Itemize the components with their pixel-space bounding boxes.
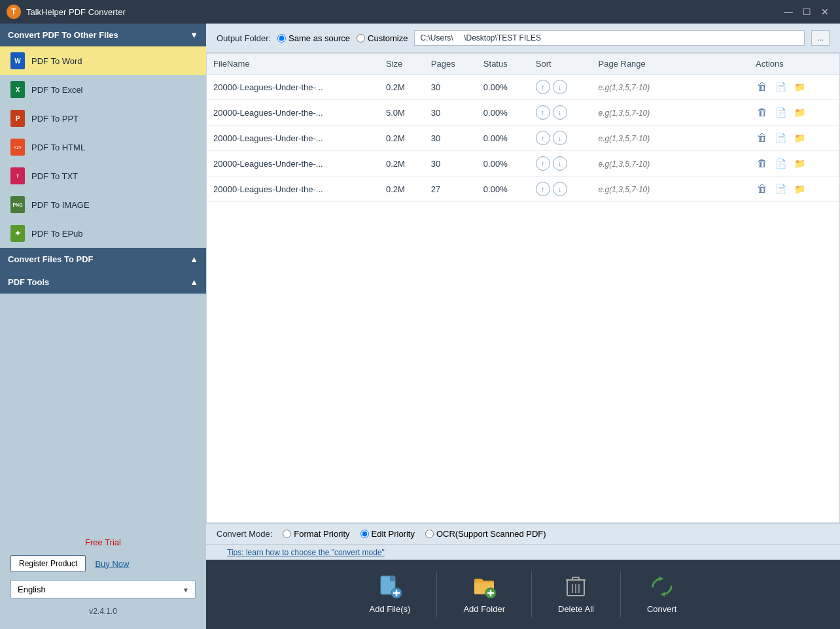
- register-button[interactable]: Register Product: [10, 555, 86, 572]
- minimize-button[interactable]: —: [780, 3, 797, 20]
- sort-up-button[interactable]: ↑: [536, 105, 550, 120]
- view-file-button[interactable]: 📄: [774, 158, 788, 169]
- sort-down-button[interactable]: ↓: [553, 80, 567, 94]
- open-folder-button[interactable]: 📁: [793, 107, 807, 118]
- cell-status: 0.00%: [477, 100, 529, 126]
- chevron-up-icon: ▲: [190, 254, 198, 264]
- sidebar-item-pdf-to-word[interactable]: W PDF To Word: [0, 46, 206, 75]
- sidebar-item-pdf-to-excel[interactable]: X PDF To Excel: [0, 75, 206, 104]
- view-file-button[interactable]: 📄: [774, 82, 788, 92]
- maximize-button[interactable]: ☐: [798, 3, 815, 20]
- browse-button[interactable]: ...: [811, 30, 830, 46]
- delete-file-button[interactable]: 🗑: [756, 81, 769, 93]
- format-priority-label: Format Priority: [294, 529, 349, 539]
- bottom-toolbar: Add File(s) Add Folder: [206, 560, 840, 629]
- edit-priority-option[interactable]: Edit Priority: [360, 529, 415, 539]
- sidebar-item-label: PDF To Excel: [31, 85, 83, 95]
- page-range-input[interactable]: [599, 109, 743, 118]
- view-file-button[interactable]: 📄: [774, 133, 788, 143]
- customize-radio[interactable]: [357, 34, 365, 42]
- delete-file-button[interactable]: 🗑: [756, 132, 769, 144]
- sidebar-item-label: PDF To Word: [31, 56, 82, 66]
- output-path-input[interactable]: [414, 30, 805, 46]
- cell-page-range: [592, 126, 750, 151]
- sidebar-item-pdf-to-txt[interactable]: T PDF To TXT: [0, 162, 206, 190]
- sidebar-item-pdf-to-ppt[interactable]: P PDF To PPT: [0, 104, 206, 133]
- cell-sort: ↑ ↓: [529, 126, 592, 151]
- page-range-input[interactable]: [599, 134, 743, 143]
- page-range-input[interactable]: [599, 83, 743, 92]
- sort-down-button[interactable]: ↓: [553, 156, 567, 171]
- format-priority-option[interactable]: Format Priority: [283, 529, 349, 539]
- ocr-option[interactable]: OCR(Support Scanned PDF): [425, 529, 546, 539]
- image-icon: PNG: [10, 196, 25, 213]
- delete-file-button[interactable]: 🗑: [756, 107, 769, 118]
- file-table: FileName Size Pages Status Sort Page Ran…: [207, 54, 839, 202]
- open-folder-button[interactable]: 📁: [793, 184, 807, 194]
- delete-file-button[interactable]: 🗑: [756, 183, 769, 195]
- svg-rect-10: [572, 577, 579, 580]
- cell-actions: 🗑 📄 📁: [749, 126, 839, 151]
- cell-status: 0.00%: [477, 177, 529, 202]
- sidebar-item-label: PDF To IMAGE: [31, 200, 90, 210]
- sidebar-section3-label: PDF Tools: [8, 277, 49, 287]
- sort-up-button[interactable]: ↑: [536, 182, 550, 196]
- cell-size: 5.0M: [379, 100, 425, 126]
- version-label: v2.4.1.0: [10, 607, 196, 616]
- ocr-label: OCR(Support Scanned PDF): [436, 529, 546, 539]
- cell-actions: 🗑 📄 📁: [749, 75, 839, 100]
- tips-link[interactable]: Tips: learn how to choose the "convert m…: [217, 547, 395, 558]
- cell-sort: ↑ ↓: [529, 75, 592, 100]
- sort-up-button[interactable]: ↑: [536, 156, 550, 171]
- page-range-input[interactable]: [599, 185, 743, 194]
- buy-now-link[interactable]: Buy Now: [95, 559, 129, 569]
- delete-file-button[interactable]: 🗑: [756, 158, 769, 169]
- same-as-source-option[interactable]: Same as source: [277, 33, 350, 43]
- sidebar-section2-label: Convert Files To PDF: [8, 254, 94, 264]
- delete-all-label: Delete All: [558, 604, 594, 614]
- sort-down-button[interactable]: ↓: [553, 182, 567, 196]
- sidebar-item-pdf-to-html[interactable]: </> PDF To HTML: [0, 133, 206, 162]
- customize-option[interactable]: Customize: [357, 33, 408, 43]
- ppt-icon: P: [10, 110, 25, 127]
- sort-down-button[interactable]: ↓: [553, 131, 567, 145]
- open-folder-button[interactable]: 📁: [793, 158, 807, 169]
- open-folder-button[interactable]: 📁: [793, 82, 807, 92]
- convert-button[interactable]: Convert: [621, 568, 703, 620]
- sort-down-button[interactable]: ↓: [553, 105, 567, 120]
- sidebar-item-pdf-to-epub[interactable]: ✦ PDF To EPub: [0, 219, 206, 248]
- format-priority-radio[interactable]: [283, 530, 291, 538]
- cell-size: 0.2M: [379, 126, 425, 151]
- sidebar-section-pdf-tools[interactable]: PDF Tools ▲: [0, 271, 206, 294]
- edit-priority-radio[interactable]: [360, 530, 369, 538]
- tips-bar: Tips: learn how to choose the "convert m…: [206, 544, 840, 560]
- sidebar-item-pdf-to-image[interactable]: PNG PDF To IMAGE: [0, 190, 206, 219]
- col-pages: Pages: [425, 54, 477, 75]
- open-folder-button[interactable]: 📁: [793, 133, 807, 143]
- cell-filename: 20000-Leagues-Under-the-...: [207, 100, 379, 126]
- sort-up-button[interactable]: ↑: [536, 131, 550, 145]
- ocr-radio[interactable]: [425, 530, 434, 538]
- app-title: TalkHelper PDF Converter: [26, 7, 780, 17]
- add-folder-button[interactable]: Add Folder: [437, 568, 531, 620]
- close-button[interactable]: ✕: [816, 3, 833, 20]
- sidebar-section-convert-pdf[interactable]: Convert PDF To Other Files ▼: [0, 24, 206, 46]
- mode-options: Format Priority Edit Priority OCR(Suppor…: [283, 529, 546, 539]
- cell-sort: ↑ ↓: [529, 151, 592, 177]
- language-wrapper: English Chinese French German Japanese S…: [10, 580, 196, 599]
- cell-status: 0.00%: [477, 126, 529, 151]
- cell-actions: 🗑 📄 📁: [749, 100, 839, 126]
- txt-icon: T: [10, 167, 25, 184]
- cell-page-range: [592, 75, 750, 100]
- sidebar-item-label: PDF To TXT: [31, 171, 78, 181]
- delete-all-button[interactable]: Delete All: [532, 568, 620, 620]
- view-file-button[interactable]: 📄: [774, 184, 788, 194]
- same-as-source-radio[interactable]: [277, 34, 286, 42]
- sidebar-section-convert-to-pdf[interactable]: Convert Files To PDF ▲: [0, 248, 206, 271]
- view-file-button[interactable]: 📄: [774, 107, 788, 118]
- language-select[interactable]: English Chinese French German Japanese S…: [10, 580, 196, 599]
- sort-up-button[interactable]: ↑: [536, 80, 550, 94]
- convert-icon: [650, 575, 674, 600]
- add-files-button[interactable]: Add File(s): [343, 568, 437, 620]
- page-range-input[interactable]: [599, 160, 743, 169]
